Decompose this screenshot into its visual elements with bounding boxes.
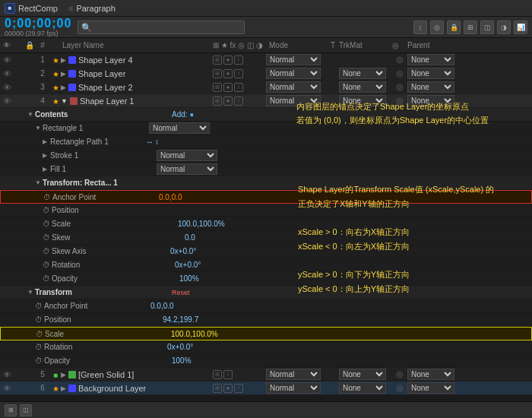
layer5-mode[interactable]: Normal [266,369,327,380]
layer4-expand[interactable]: ▼ [61,97,68,105]
layer1-mode-select[interactable]: Normal [266,54,321,65]
motion-blur-icon[interactable]: ◑ [497,21,511,34]
layer-row-5[interactable]: 👁 5 ■ ▶ [Green Solid 1] ⊞ / Normal [0,368,532,382]
snap-icon[interactable]: ↕ [413,21,427,34]
rect1-mode-select[interactable]: Normal [149,122,210,134]
layer2-expand[interactable]: ▶ [61,70,66,78]
reset-button[interactable]: Reset [172,289,190,296]
l1-sw3[interactable]: / [234,55,243,65]
search-input[interactable] [78,21,245,34]
layer2-trkmat-select[interactable]: None [339,68,386,79]
layer6-trkmat-select[interactable]: None [339,382,386,394]
timecode[interactable]: 0;00;00;00 [5,17,73,30]
layer5-parent-select[interactable]: None [407,369,454,380]
layer1-mode[interactable]: Normal [266,54,327,65]
inner-rotation-value[interactable]: 0x+0.0° [175,261,201,269]
chart-icon[interactable]: 📊 [514,21,527,34]
layer-row-3[interactable]: 👁 3 ★ ▶ Shape Layer 2 ⊞ ★ / Normal [0,81,532,94]
layer3-mode[interactable]: Normal [266,81,327,93]
layer1-parent[interactable]: None [407,54,461,65]
l3-sw2[interactable]: ★ [223,83,233,92]
layer-row-6[interactable]: 👁 6 ★ ▶ Background Layer ⊞ ★ / Normal [0,382,532,395]
inner-skew-value[interactable]: 0.0 [185,233,195,242]
outer-anchor-value[interactable]: 0.0,0.0 [150,302,174,310]
l2-sw1[interactable]: ⊞ [213,69,222,78]
layer3-eye[interactable]: 👁 [0,83,14,92]
layer1-eye[interactable]: 👁 [0,55,14,65]
layer6-trkmat[interactable]: None [339,382,392,394]
l6-sw2[interactable]: ★ [223,384,233,393]
layer3-trkmat[interactable]: None [339,81,392,93]
layer5-parent[interactable]: None [407,369,461,380]
layer-row-1[interactable]: 👁 1 ★ ▶ Shape Layer 4 ⊞ ★ / Normal [0,53,532,67]
layer6-eye[interactable]: 👁 [0,384,14,393]
layer2-parent[interactable]: None [407,68,461,79]
layer3-mode-select[interactable]: Normal [266,81,321,93]
layer6-mode[interactable]: Normal [266,382,327,394]
layer6-mode-select[interactable]: Normal [266,382,321,394]
outer-scale-stopwatch[interactable]: ⏱ [36,330,43,338]
inner-skew-stopwatch[interactable]: ⏱ [43,233,50,242]
layer3-expand[interactable]: ▶ [61,84,66,91]
fill1-mode-select[interactable]: Normal [157,163,217,175]
layer6-parent[interactable]: None [407,382,461,394]
l4-sw2[interactable]: ★ [223,97,233,106]
layer4-eye[interactable]: 👁 [0,97,14,106]
layer5-mode-select[interactable]: Normal [266,369,321,380]
contents-arrow[interactable]: ▼ [27,111,35,118]
draft-icon[interactable]: ◫ [480,21,494,34]
l6-sw3[interactable]: / [234,384,243,393]
render-queue-icon[interactable]: ⊞ [5,404,17,416]
outer-position-stopwatch[interactable]: ⏱ [35,315,43,324]
l2-sw3[interactable]: / [234,69,243,78]
layer1-parent-select[interactable]: None [407,54,454,65]
lock-icon[interactable]: 🔒 [447,21,461,34]
layer2-mode-select[interactable]: Normal [266,68,321,79]
outer-transform-arrow[interactable]: ▼ [27,289,35,296]
l5-sw1[interactable]: ⊞ [213,370,222,379]
outer-scale-value[interactable]: 100.0,100.0% [171,330,218,338]
layer6-expand[interactable]: ▶ [61,385,66,392]
layer3-parent-select[interactable]: None [407,81,454,93]
layer2-mode[interactable]: Normal [266,68,327,79]
l3-sw1[interactable]: ⊞ [213,83,222,92]
outer-rotation-value[interactable]: 0x+0.0° [167,343,193,351]
stroke1-mode-select[interactable]: Normal [157,150,217,161]
layer1-expand[interactable]: ▶ [61,56,66,64]
outer-position-value[interactable]: 94.2,199.7 [163,315,198,324]
fill1-arrow[interactable]: ▶ [43,166,50,173]
inner-rotation-stopwatch[interactable]: ⏱ [43,261,50,269]
inner-scale-value[interactable]: 100.0,100.0% [178,220,225,228]
l4-sw1[interactable]: ⊞ [213,97,222,106]
add-button[interactable]: ● [189,110,194,119]
layer5-trkmat-select[interactable]: None [339,369,386,380]
layer5-eye[interactable]: 👁 [0,370,14,379]
l5-sw2[interactable]: / [223,370,233,379]
inner-skewaxis-value[interactable]: 0x+0.0° [170,247,196,255]
inner-anchor-stopwatch[interactable]: ⏱ [43,193,51,201]
l6-sw1[interactable]: ⊞ [213,384,222,393]
l1-sw2[interactable]: ★ [223,55,233,65]
layer3-trkmat-select[interactable]: None [339,81,386,93]
layer5-trkmat[interactable]: None [339,369,392,380]
outer-opacity-value[interactable]: 100% [172,356,192,365]
l1-sw1[interactable]: ⊞ [213,55,222,65]
solo-icon[interactable]: ◎ [430,21,444,34]
inner-position-stopwatch[interactable]: ⏱ [43,206,50,214]
layer6-parent-select[interactable]: None [407,382,454,394]
layer3-parent[interactable]: None [407,81,461,93]
l3-sw3[interactable]: / [234,83,243,92]
layer2-parent-select[interactable]: None [407,68,454,79]
l4-sw3[interactable]: / [234,97,243,106]
outer-opacity-stopwatch[interactable]: ⏱ [35,356,43,365]
inner-opacity-value[interactable]: 100% [179,274,199,283]
stroke1-arrow[interactable]: ▶ [43,152,50,159]
layer-row-2[interactable]: 👁 2 ★ ▶ Shape Layer ⊞ ★ / Normal [0,67,532,81]
layer2-trkmat[interactable]: None [339,68,392,79]
outer-anchor-stopwatch[interactable]: ⏱ [35,302,43,310]
transform-recta-arrow[interactable]: ▼ [35,179,43,186]
inner-opacity-stopwatch[interactable]: ⏱ [43,274,50,283]
l2-sw2[interactable]: ★ [223,69,233,78]
paragraph-menu[interactable]: Paragraph [76,4,115,13]
layer5-expand[interactable]: ▶ [61,371,66,378]
